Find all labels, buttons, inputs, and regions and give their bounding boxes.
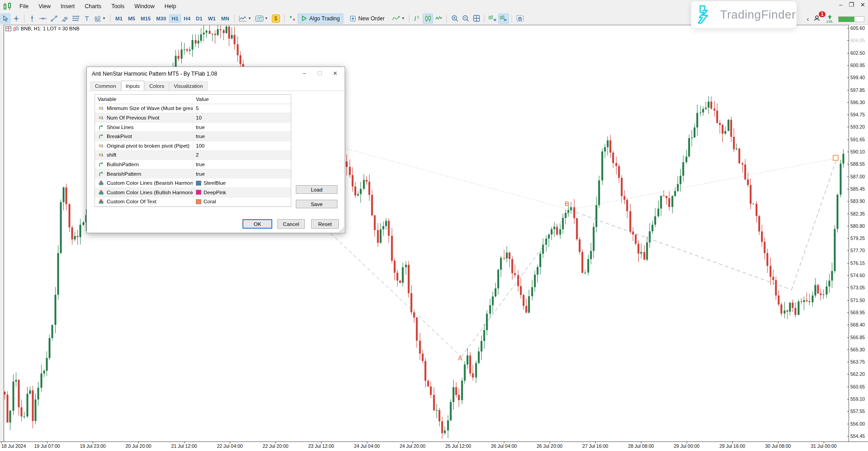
- settings-row[interactable]: BreakPivottrue: [95, 132, 291, 141]
- dialog-resize-grip[interactable]: [339, 227, 344, 232]
- auto-scroll-button[interactable]: [487, 14, 498, 24]
- price-axis[interactable]: 605.60604.05602.50600.95599.40597.85596.…: [849, 25, 868, 442]
- setting-value-text: true: [196, 162, 205, 167]
- timeframe-m30[interactable]: M30: [153, 14, 169, 23]
- window-minimize-button[interactable]: –: [839, 1, 842, 8]
- indicator-wizard-button[interactable]: ▼: [391, 14, 406, 24]
- zoom-in-button[interactable]: [450, 14, 460, 24]
- tile-windows-button[interactable]: [471, 14, 481, 24]
- algo-trading-button[interactable]: Algo Trading: [298, 14, 343, 24]
- setting-value[interactable]: 10: [193, 113, 291, 122]
- menu-window[interactable]: Window: [129, 1, 159, 11]
- setting-value[interactable]: 2: [193, 151, 291, 160]
- setting-value-text: 2: [196, 152, 199, 158]
- reset-button[interactable]: Reset: [311, 219, 339, 229]
- color-swatch: [196, 181, 201, 186]
- column-header-value: Value: [193, 95, 291, 104]
- bar-chart-mode-button[interactable]: 1: [412, 14, 422, 24]
- shapes-tool-button[interactable]: ▼: [93, 14, 107, 24]
- cursor-tool-button[interactable]: [0, 14, 10, 24]
- dialog-titlebar[interactable]: Anti NenStar Harmonic Pattern MT5 - By T…: [87, 67, 345, 81]
- ok-button[interactable]: OK: [242, 219, 272, 229]
- fibonacci-tool-button[interactable]: [71, 14, 81, 24]
- new-order-icon: [350, 15, 356, 22]
- trendline-tool-button[interactable]: [49, 14, 59, 24]
- tradingfinder-logo-icon: [694, 3, 717, 27]
- settings-row[interactable]: Show Linestrue: [95, 123, 291, 132]
- settings-row[interactable]: 01Minimum Size of Wave (Must be great...…: [95, 104, 291, 114]
- tab-inputs[interactable]: Inputs: [121, 81, 144, 91]
- setting-value[interactable]: true: [193, 169, 291, 178]
- candlestick-mode-button[interactable]: [423, 14, 433, 24]
- time-label: 24 Jul 04:00: [354, 443, 379, 449]
- load-button[interactable]: Load: [296, 185, 337, 194]
- chevron-left-icon[interactable]: ‹: [807, 15, 809, 23]
- market-watch-icon: [5, 26, 11, 31]
- setting-value[interactable]: 100: [193, 141, 291, 150]
- timeframe-mn[interactable]: MN: [218, 14, 232, 23]
- timeframe-h1[interactable]: H1: [169, 14, 181, 23]
- timeframe-m15[interactable]: M15: [138, 14, 153, 23]
- setting-value[interactable]: 5: [193, 104, 291, 113]
- zoom-out-button[interactable]: [460, 14, 470, 24]
- notifications-icon[interactable]: 1: [814, 14, 821, 24]
- timeframe-m1[interactable]: M1: [113, 14, 125, 23]
- indicators-button[interactable]: ▼: [254, 14, 270, 24]
- window-restore-button[interactable]: ❐: [849, 1, 854, 8]
- chart-shift-button[interactable]: [498, 14, 509, 24]
- settings-row[interactable]: Custom Color Lines (Bullish Harmonic)Dee…: [95, 188, 291, 197]
- settings-row[interactable]: Custom Color Of TextCoral: [95, 197, 291, 207]
- time-axis[interactable]: 18 Jul 202419 Jul 07:0019 Jul 23:0020 Ju…: [0, 441, 868, 451]
- tab-common[interactable]: Common: [90, 82, 121, 91]
- cancel-button[interactable]: Cancel: [277, 219, 305, 229]
- save-button[interactable]: Save: [296, 200, 337, 208]
- timeframe-m5[interactable]: M5: [125, 14, 138, 23]
- pattern-dashed-line: [570, 210, 792, 290]
- new-order-button[interactable]: New Order: [346, 14, 388, 24]
- deposit-button[interactable]: $: [270, 14, 281, 24]
- numeric-type-icon: 01: [98, 143, 104, 149]
- setting-value[interactable]: Coral: [193, 197, 291, 206]
- menu-tools[interactable]: Tools: [106, 1, 129, 11]
- crosshair-tool-button[interactable]: [11, 14, 21, 24]
- channel-tool-button[interactable]: [60, 14, 70, 24]
- setting-value[interactable]: true: [193, 123, 291, 132]
- settings-row[interactable]: 01shift2: [95, 151, 291, 160]
- line-chart-type-button[interactable]: ▼: [237, 14, 253, 24]
- window-close-button[interactable]: ✕: [860, 1, 865, 8]
- setting-value-text: 100: [196, 143, 204, 149]
- setting-value[interactable]: SteelBlue: [193, 178, 291, 187]
- setting-value[interactable]: DeepPink: [193, 188, 291, 197]
- tab-visualization[interactable]: Visualization: [169, 82, 207, 91]
- settings-row[interactable]: 01Num Of Previous Pivot10: [95, 113, 291, 123]
- timeframe-h4[interactable]: H4: [181, 14, 193, 23]
- menu-file[interactable]: File: [14, 1, 33, 11]
- menu-insert[interactable]: Insert: [56, 1, 80, 11]
- line-mode-button[interactable]: [434, 14, 444, 24]
- text-tool-button[interactable]: T: [82, 14, 92, 24]
- horizontal-line-tool-button[interactable]: [38, 14, 48, 24]
- setting-value[interactable]: true: [193, 132, 291, 141]
- settings-row[interactable]: BullishPatterntrue: [95, 160, 291, 169]
- time-label: 26 Jul 20:00: [536, 443, 562, 449]
- price-tick: [847, 250, 849, 251]
- menu-view[interactable]: View: [33, 1, 56, 11]
- tab-colors[interactable]: Colors: [145, 82, 169, 91]
- price-tick: [847, 399, 849, 399]
- timeframe-w1[interactable]: W1: [205, 14, 218, 23]
- menu-help[interactable]: Help: [160, 1, 181, 11]
- settings-row[interactable]: 01Original pivot to broken pivot (Pipet)…: [95, 141, 291, 151]
- menu-charts[interactable]: Charts: [80, 1, 106, 11]
- vertical-line-tool-button[interactable]: [27, 14, 37, 24]
- setting-value[interactable]: true: [193, 160, 291, 169]
- dialog-maximize-button[interactable]: ☐: [312, 68, 327, 79]
- dialog-minimize-button[interactable]: –: [297, 68, 312, 79]
- settings-row[interactable]: Custom Color Lines (Bearish Harmonic)Ste…: [95, 178, 291, 188]
- settings-row[interactable]: BearishPatterntrue: [95, 169, 291, 179]
- progress-bar: [838, 16, 864, 22]
- settings-table[interactable]: VariableValue01Minimum Size of Wave (Mus…: [95, 94, 291, 207]
- dialog-close-button[interactable]: ✕: [327, 68, 343, 79]
- buy-sell-arrows-icon[interactable]: [287, 14, 297, 24]
- screenshot-button[interactable]: [515, 14, 525, 24]
- timeframe-d1[interactable]: D1: [193, 14, 205, 23]
